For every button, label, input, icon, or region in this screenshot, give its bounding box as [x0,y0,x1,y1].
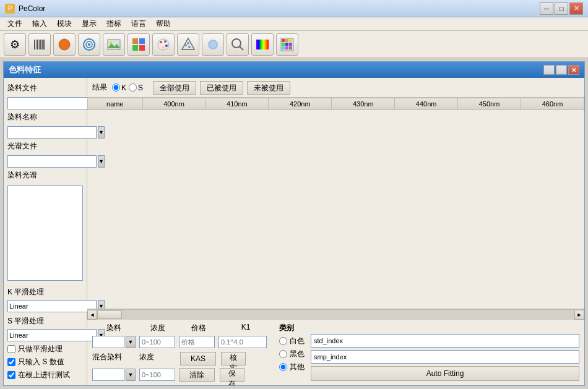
paint-toolbar-btn[interactable] [202,33,224,56]
all-used-btn[interactable]: 全部使用 [153,81,196,95]
dye-dropdown-btn[interactable]: ▼ [126,336,136,348]
settings-toolbar-btn[interactable]: ⚙ [4,33,26,56]
target-toolbar-btn[interactable] [78,33,100,56]
dye-name-input[interactable] [7,126,97,139]
close-button[interactable]: ✕ [569,2,583,15]
spectrum-toolbar-btn[interactable] [251,33,274,56]
radio-group-ks: K S [112,83,143,92]
other-radio-row: 其他 [279,362,305,372]
menu-input[interactable]: 输入 [27,17,52,30]
svg-point-13 [110,41,112,44]
spectrum-file-input[interactable] [7,155,97,168]
svg-point-22 [162,46,165,49]
verify-btn[interactable]: 核实 [221,352,246,365]
svg-rect-2 [37,40,38,49]
menu-indicator[interactable]: 指标 [102,17,126,30]
mix-headers: 混合染料 浓度 KAS 核实 [92,352,270,365]
index-section: Auto Fitting [311,323,579,381]
root-test-row: 在根上进行测试 [7,370,83,380]
black-radio[interactable] [279,350,287,358]
only-smooth-label: 只做平滑处理 [18,344,63,354]
radio-s-input[interactable] [129,83,137,92]
white-radio[interactable] [279,337,287,345]
k-smooth-input[interactable]: Linear [7,300,97,312]
other-radio[interactable] [279,363,287,371]
main-content: 色料特征 ─ □ ✕ 染料文件 ▼ 染料名称 ▼ [0,58,588,389]
menu-language[interactable]: 语言 [126,17,151,30]
scroll-right-arrow[interactable]: ► [574,310,584,320]
white-radio-row: 白色 [279,336,305,346]
menu-module[interactable]: 模块 [52,17,77,30]
only-s-value-checkbox[interactable] [7,358,15,366]
dye-value-input[interactable] [92,336,124,348]
scroll-left-arrow[interactable]: ◄ [87,310,97,320]
radio-k-input[interactable] [112,83,120,92]
already-used-btn[interactable]: 已被使用 [200,81,243,95]
svg-point-20 [164,40,166,43]
mix-conc-label: 浓度 [139,352,176,365]
svg-rect-4 [40,40,41,49]
std-index-input[interactable] [311,334,579,348]
clear-btn[interactable]: 清除 [179,368,215,382]
svg-rect-3 [39,40,40,49]
radio-s[interactable]: S [129,83,143,92]
svg-rect-36 [285,43,288,46]
mix-conc-input[interactable] [139,369,175,381]
svg-line-29 [240,46,243,50]
mix-dye-dropdown-btn[interactable]: ▼ [126,369,136,381]
mix-input-row: ▼ 清除 保存 [92,368,270,382]
filter-toolbar-btn[interactable] [177,33,199,56]
scroll-bar-area[interactable] [97,310,574,320]
dialog-maximize-btn[interactable]: □ [556,65,567,75]
column-headers: 染料 浓度 价格 K1 [92,323,270,333]
data-table-container[interactable]: name 400nm 410nm 420nm 430nm 440nm 450nm… [87,98,584,309]
bottom-panel: 染料 浓度 价格 K1 ▼ [87,319,584,385]
barcode-toolbar-btn[interactable] [28,33,51,56]
concentration-input[interactable] [139,336,175,348]
svg-point-21 [165,45,168,47]
price-col-header: 价格 [180,323,217,333]
only-smooth-checkbox[interactable] [7,345,15,353]
col-400nm: 400nm [142,98,205,110]
menu-file[interactable]: 文件 [2,17,27,30]
k1-input[interactable] [218,336,267,348]
svg-point-24 [184,44,187,46]
dye-name-label: 染料名称 [7,112,83,122]
result-label: 结果 [92,82,107,93]
root-test-label: 在根上进行测试 [18,370,70,380]
radio-k[interactable]: K [112,83,126,92]
mix-dye-input[interactable] [92,369,124,381]
title-bar: P PeColor ─ □ ✕ [0,0,588,17]
maximize-button[interactable]: □ [555,2,568,15]
circle-toolbar-btn[interactable] [53,33,76,56]
svg-point-25 [188,46,191,48]
palette-toolbar-btn[interactable] [152,33,175,56]
scroll-thumb[interactable] [97,310,122,319]
image-toolbar-btn[interactable] [103,33,125,56]
svg-point-28 [232,39,241,48]
title-bar-buttons: ─ □ ✕ [540,2,583,15]
save-btn[interactable]: 保存 [220,368,244,382]
minimize-button[interactable]: ─ [540,2,553,15]
menu-help[interactable]: 帮助 [151,17,176,30]
horizontal-scrollbar[interactable]: ◄ ► [87,309,584,319]
kas-btn[interactable]: KAS [180,352,216,365]
menu-display[interactable]: 显示 [77,17,102,30]
price-input[interactable] [179,336,215,348]
smp-index-input[interactable] [311,350,579,364]
colorchart-toolbar-btn[interactable] [276,33,298,56]
dialog-close-btn[interactable]: ✕ [568,65,579,75]
svg-rect-38 [282,46,285,49]
dialog-minimize-btn[interactable]: ─ [543,65,555,75]
root-test-checkbox[interactable] [7,371,15,379]
not-used-btn[interactable]: 未被使用 [247,81,290,95]
grid-toolbar-btn[interactable] [128,33,150,56]
svg-rect-37 [289,43,292,46]
right-panel: 结果 K S 全部使用 已被使用 未被使用 [87,78,584,385]
k1-col-header: K1 [221,323,270,333]
auto-fitting-btn[interactable]: Auto Fitting [311,366,579,381]
search-toolbar-btn[interactable] [227,33,249,56]
s-smooth-input[interactable]: Linear [7,329,97,341]
dye-file-input[interactable] [7,97,97,109]
dialog-title-buttons: ─ □ ✕ [543,65,579,75]
